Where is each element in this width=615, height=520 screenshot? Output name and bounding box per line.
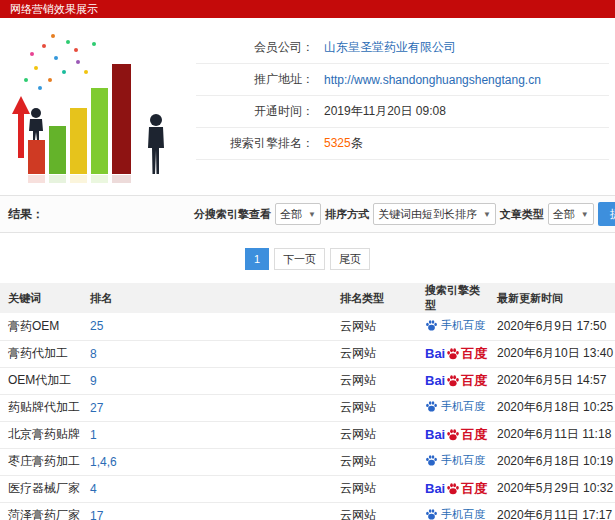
rank-link[interactable]: 4: [90, 482, 97, 496]
rank-cell: 17: [82, 502, 332, 520]
pagination: 1 下一页 尾页: [0, 248, 615, 270]
rank-link[interactable]: 1: [90, 428, 97, 442]
table-row: OEM代加工 9 云网站 Bai 百度 2020年6月5日 14:57: [0, 367, 615, 394]
last-page-button[interactable]: 尾页: [330, 248, 370, 270]
rank-cell: 25: [82, 313, 332, 340]
company-label: 会员公司：: [196, 39, 314, 56]
sort-select[interactable]: 关键词由短到长排序 ▼: [373, 203, 496, 225]
header-rank-type: 排名类型: [332, 283, 417, 313]
baidu-paw-icon: [425, 508, 438, 520]
header-rank: 排名: [82, 283, 332, 313]
header-updated: 最新更新时间: [489, 283, 615, 313]
mobile-baidu-label: 手机百度: [441, 453, 485, 468]
company-link[interactable]: 山东皇圣堂药业有限公司: [324, 39, 456, 56]
rank-cell: 1: [82, 421, 332, 448]
rank-type-cell: 云网站: [332, 421, 417, 448]
engine-cell: Bai 百度: [417, 367, 489, 394]
rank-cell: 27: [82, 394, 332, 421]
baidu-paw-icon: [446, 374, 460, 388]
info-row-rank-count: 搜索引擎排名： 5325条: [196, 128, 609, 160]
rank-type-cell: 云网站: [332, 313, 417, 340]
header-keyword: 关键词: [0, 283, 82, 313]
engine-cell: Bai 百度: [417, 475, 489, 502]
confetti-dots: [24, 34, 96, 90]
chevron-down-icon: ▼: [581, 210, 589, 219]
baidu-latin-text: Bai: [425, 373, 445, 388]
baidu-paw-icon: [425, 400, 438, 413]
table-row: 医疗器械厂家 4 云网站 Bai 百度 2020年5月29日 10:32: [0, 475, 615, 502]
rank-type-cell: 云网站: [332, 475, 417, 502]
rank-count-value: 5325条: [324, 135, 363, 152]
marketing-bar-chart-image: [6, 28, 190, 186]
rank-type-cell: 云网站: [332, 502, 417, 520]
member-info-list: 会员公司： 山东皇圣堂药业有限公司 推广地址： http://www.shand…: [196, 22, 615, 189]
rank-cell: 9: [82, 367, 332, 394]
rank-count-label: 搜索引擎排名：: [196, 135, 314, 152]
baidu-paw-icon: [446, 482, 460, 496]
businessman-left: [29, 108, 43, 140]
baidu-logo: Bai 百度: [425, 372, 487, 390]
updated-cell: 2020年6月10日 13:40: [489, 340, 615, 367]
baidu-latin-text: Bai: [425, 427, 445, 442]
rank-link[interactable]: 25: [90, 319, 103, 333]
table-row: 膏药OEM 25 云网站 手机百度 2020年6月9日 17:50: [0, 313, 615, 340]
result-label: 结果：: [8, 206, 44, 223]
updated-cell: 2020年5月29日 10:32: [489, 475, 615, 502]
updated-cell: 2020年6月18日 10:25: [489, 394, 615, 421]
keyword-cell: 膏药OEM: [0, 313, 82, 340]
table-row: 膏药代加工 8 云网站 Bai 百度 2020年6月10日 13:40: [0, 340, 615, 367]
sort-filter-label: 排序方式: [325, 207, 369, 222]
keyword-cell: OEM代加工: [0, 367, 82, 394]
engine-cell: 手机百度: [417, 502, 489, 520]
bars: [28, 64, 131, 174]
baidu-logo: Bai 百度: [425, 426, 487, 444]
baidu-logo: Bai 百度: [425, 480, 487, 498]
chart-image-wrap: [0, 22, 196, 189]
baidu-paw-icon: [446, 428, 460, 442]
engine-select[interactable]: 全部 ▼: [275, 203, 321, 225]
open-time-value: 2019年11月20日 09:08: [324, 103, 446, 120]
up-arrow-icon: [12, 96, 30, 158]
table-row: 枣庄膏药加工 1,4,6 云网站 手机百度 2020年6月18日 10:19: [0, 448, 615, 475]
engine-cell: Bai 百度: [417, 340, 489, 367]
mobile-baidu-logo: 手机百度: [425, 318, 485, 333]
promo-url-link[interactable]: http://www.shandonghuangshengtang.cn: [324, 73, 541, 87]
keyword-cell: 膏药代加工: [0, 340, 82, 367]
page-title-bar: 网络营销效果展示: [0, 0, 615, 18]
engine-cell: Bai 百度: [417, 421, 489, 448]
rank-link[interactable]: 17: [90, 509, 103, 520]
rank-cell: 1,4,6: [82, 448, 332, 475]
rank-type-cell: 云网站: [332, 448, 417, 475]
rank-link[interactable]: 9: [90, 374, 97, 388]
rank-type-cell: 云网站: [332, 394, 417, 421]
filter-bar: 结果： 分搜索引擎查看 全部 ▼ 排序方式 关键词由短到长排序 ▼ 文章类型 全…: [0, 195, 615, 233]
type-filter-label: 文章类型: [500, 207, 544, 222]
table-row: 菏泽膏药厂家 17 云网站 手机百度 2020年6月11日 17:17: [0, 502, 615, 520]
mobile-baidu-logo: 手机百度: [425, 453, 485, 468]
updated-cell: 2020年6月11日 11:18: [489, 421, 615, 448]
updated-cell: 2020年6月18日 10:19: [489, 448, 615, 475]
baidu-paw-icon: [425, 454, 438, 467]
rank-count-number: 5325: [324, 136, 351, 150]
table-header-row: 关键词 排名 排名类型 搜索引擎类型 最新更新时间: [0, 283, 615, 313]
rank-link[interactable]: 1,4,6: [90, 455, 117, 469]
info-row-company: 会员公司： 山东皇圣堂药业有限公司: [196, 32, 609, 64]
businessman-right: [148, 114, 164, 174]
promo-url-label: 推广地址：: [196, 71, 314, 88]
filter-controls: 分搜索引擎查看 全部 ▼ 排序方式 关键词由短到长排序 ▼ 文章类型 全部 ▼ …: [194, 202, 615, 226]
submit-button[interactable]: 提交: [598, 202, 615, 226]
page-number-current[interactable]: 1: [245, 248, 269, 270]
updated-cell: 2020年6月5日 14:57: [489, 367, 615, 394]
table-row: 北京膏药贴牌 1 云网站 Bai 百度 2020年6月11日 11:18: [0, 421, 615, 448]
rank-type-cell: 云网站: [332, 367, 417, 394]
next-page-button[interactable]: 下一页: [274, 248, 325, 270]
baidu-paw-icon: [446, 347, 460, 361]
rank-link[interactable]: 27: [90, 401, 103, 415]
engine-select-value: 全部: [280, 207, 302, 222]
engine-cell: 手机百度: [417, 448, 489, 475]
mobile-baidu-label: 手机百度: [441, 507, 485, 520]
keyword-cell: 北京膏药贴牌: [0, 421, 82, 448]
updated-cell: 2020年6月11日 17:17: [489, 502, 615, 520]
type-select[interactable]: 全部 ▼: [548, 203, 594, 225]
rank-link[interactable]: 8: [90, 347, 97, 361]
